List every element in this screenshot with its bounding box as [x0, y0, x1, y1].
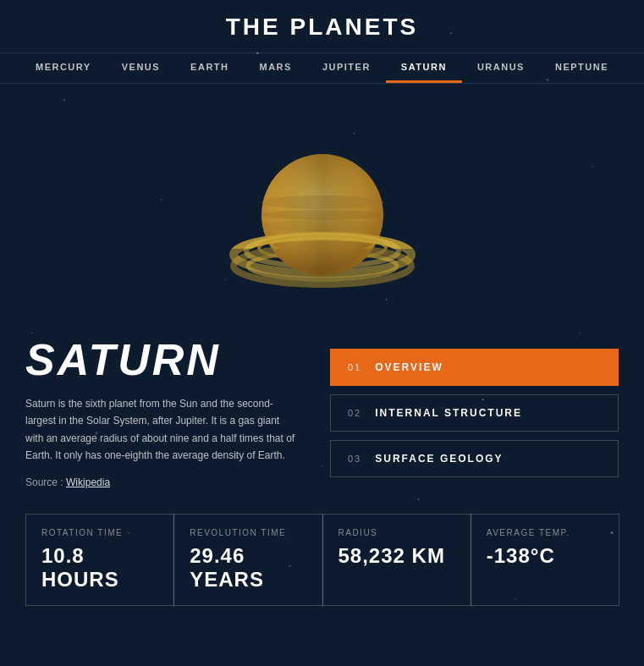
nav-item-venus[interactable]: VENUS [107, 53, 175, 83]
tab-internal-structure[interactable]: 02INTERNAL STRUCTURE [330, 394, 619, 432]
planet-info-right: 01OVERVIEW02INTERNAL STRUCTURE03SURFACE … [330, 338, 619, 488]
main-nav: MERCURYVENUSEARTHMARSJUPITERSATURNURANUS… [0, 52, 644, 84]
nav-item-earth[interactable]: EARTH [175, 53, 244, 83]
planet-name: SATURN [25, 338, 296, 382]
tab-number: 02 [348, 408, 361, 418]
stat-card-radius: RADIUS58,232 KM [322, 514, 471, 606]
stat-value: 10.8 HOURS [41, 544, 158, 592]
svg-point-11 [261, 154, 383, 276]
tab-label: INTERNAL STRUCTURE [375, 407, 522, 419]
nav-item-saturn[interactable]: SATURN [386, 53, 462, 83]
planet-description: Saturn is the sixth planet from the Sun … [25, 395, 296, 465]
tab-number: 03 [348, 454, 361, 464]
stats-section: ROTATION TIME10.8 HOURSREVOLUTION TIME29… [25, 514, 619, 606]
stat-card-rotation-time: ROTATION TIME10.8 HOURS [25, 514, 174, 606]
tab-surface-geology[interactable]: 03SURFACE GEOLOGY [330, 440, 619, 477]
nav-item-mercury[interactable]: MERCURY [20, 53, 107, 83]
site-header: THE PLANETS MERCURYVENUSEARTHMARSJUPITER… [0, 0, 644, 84]
source-label: Source : [25, 476, 63, 488]
planet-source: Source : Wikipedia [25, 476, 296, 488]
stat-card-revolution-time: REVOLUTION TIME29.46 YEARS [173, 514, 322, 606]
stat-label: RADIUS [339, 528, 455, 537]
nav-item-mars[interactable]: MARS [245, 53, 307, 83]
nav-item-neptune[interactable]: NEPTUNE [540, 53, 624, 83]
stat-value: 58,232 KM [339, 544, 455, 568]
tab-label: OVERVIEW [375, 361, 443, 373]
stat-label: REVOLUTION TIME [190, 528, 306, 537]
site-title: THE PLANETS [0, 14, 644, 41]
tab-label: SURFACE GEOLOGY [375, 453, 503, 465]
stat-label: AVERAGE TEMP. [487, 528, 603, 537]
stat-card-average-temp.: AVERAGE TEMP.-138°C [471, 514, 619, 606]
info-section: SATURN Saturn is the sixth planet from t… [0, 338, 644, 488]
nav-item-uranus[interactable]: URANUS [462, 53, 540, 83]
stat-value: -138°C [487, 544, 603, 568]
planet-section [0, 84, 644, 329]
nav-item-jupiter[interactable]: JUPITER [307, 53, 386, 83]
tab-overview[interactable]: 01OVERVIEW [330, 349, 619, 386]
stat-value: 29.46 YEARS [190, 544, 306, 592]
planet-info-left: SATURN Saturn is the sixth planet from t… [25, 338, 296, 488]
wikipedia-link[interactable]: Wikipedia [66, 476, 110, 488]
tab-number: 01 [348, 362, 361, 372]
stat-label: ROTATION TIME [41, 528, 158, 537]
saturn-illustration [229, 118, 416, 295]
